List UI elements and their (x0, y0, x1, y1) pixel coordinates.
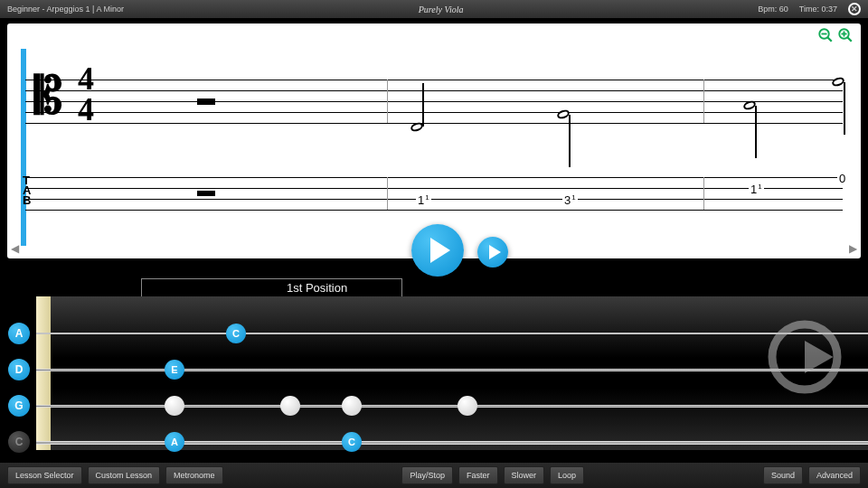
zoom-in-button[interactable] (837, 27, 854, 43)
open-string-dot: C (8, 431, 30, 453)
play-button[interactable] (411, 224, 464, 277)
fret-dot (342, 396, 362, 416)
svg-marker-8 (805, 341, 834, 373)
note (743, 101, 756, 109)
open-string-dot: G (8, 395, 30, 417)
rest (197, 99, 215, 105)
note (410, 123, 423, 131)
string (36, 333, 868, 334)
scroll-right-button[interactable]: ▶ (849, 242, 857, 255)
slower-button[interactable]: Slower (504, 466, 545, 484)
fret-dot (458, 396, 477, 416)
replay-icon[interactable] (764, 316, 845, 398)
position-label: 1st Position (141, 278, 402, 296)
tab-number: 0 (837, 172, 847, 185)
bottom-bar: Lesson Selector Custom Lesson Metronome … (0, 463, 868, 488)
svg-line-1 (827, 37, 832, 42)
bpm-label: Bpm: 60 (758, 5, 788, 14)
fret-dot: C (342, 432, 362, 452)
open-string-dot: D (8, 359, 30, 380)
tab-number: 31 (562, 193, 578, 207)
fretboard-nut (36, 296, 51, 450)
lesson-selector-button[interactable]: Lesson Selector (7, 466, 82, 484)
note (832, 78, 844, 86)
fret-dot: E (165, 360, 184, 380)
brand-label: Purely Viola (124, 5, 758, 14)
tab-rest (197, 191, 215, 196)
lesson-title: Beginner - Arpeggios 1 | A Minor (7, 5, 124, 14)
score-panel: ◀ ▶ 𝄡 4 4 T A B 113111 (7, 23, 861, 258)
string (36, 405, 868, 408)
svg-line-4 (847, 37, 852, 42)
tab-number: 11 (749, 183, 764, 196)
time-label: Time: 0:37 (799, 5, 837, 14)
close-button[interactable]: ✕ (848, 3, 861, 15)
custom-lesson-button[interactable]: Custom Lesson (88, 466, 161, 484)
open-string-dot: A (8, 323, 30, 344)
fret-dot (165, 396, 184, 416)
play-stop-button[interactable]: Play/Stop (401, 466, 453, 484)
zoom-out-button[interactable] (817, 27, 834, 43)
tab-number: 11 (416, 193, 431, 207)
metronome-button[interactable]: Metronome (165, 466, 223, 484)
fret-dot: C (226, 324, 246, 343)
top-bar: Beginner - Arpeggios 1 | A Minor Purely … (0, 0, 868, 18)
fretboard-neck (36, 296, 868, 450)
note (557, 110, 570, 118)
tab-staff: T A B 1131110 (25, 168, 843, 222)
advanced-button[interactable]: Advanced (808, 466, 861, 484)
string (36, 441, 868, 445)
faster-button[interactable]: Faster (458, 466, 498, 484)
alto-clef-icon: 𝄡 (34, 70, 57, 121)
music-staff: 𝄡 4 4 (25, 58, 843, 136)
fret-dot: A (165, 432, 184, 452)
step-button[interactable] (477, 237, 508, 267)
sound-button[interactable]: Sound (763, 466, 803, 484)
scroll-left-button[interactable]: ◀ (11, 242, 19, 255)
fret-dot (280, 396, 300, 416)
fretboard-panel: 1st Position ADGC CEAC (0, 271, 868, 459)
loop-button[interactable]: Loop (550, 466, 584, 484)
time-signature: 4 4 (78, 63, 94, 125)
tab-clef: T A B (23, 175, 31, 205)
string (36, 369, 868, 371)
